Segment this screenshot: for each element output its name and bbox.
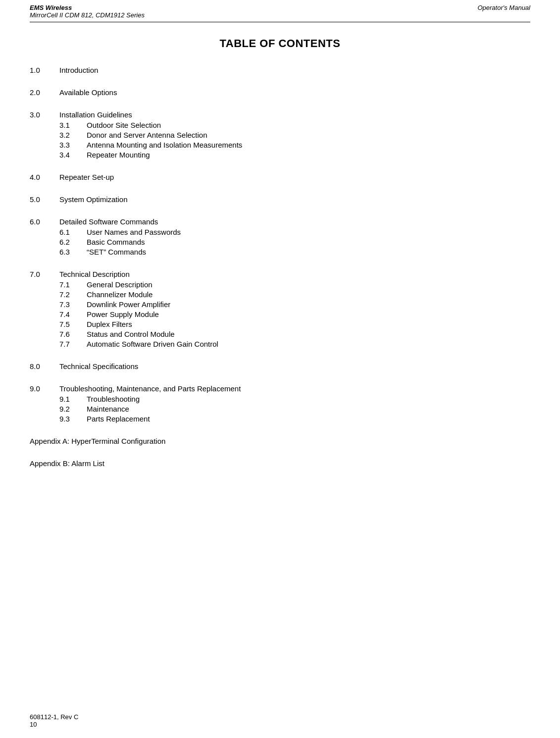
toc-main-entry: 3.0Installation Guidelines bbox=[30, 110, 530, 119]
toc-sub-entry: 7.5Duplex Filters bbox=[30, 320, 530, 328]
toc-sub-entry: 7.3Downlink Power Amplifier bbox=[30, 300, 530, 309]
toc-sub-number: 7.6 bbox=[59, 330, 87, 338]
toc-main-entry: 6.0Detailed Software Commands bbox=[30, 217, 530, 226]
toc-main-entry: 8.0Technical Specifications bbox=[30, 362, 530, 370]
toc-sub-entry: 3.1Outdoor Site Selection bbox=[30, 121, 530, 129]
toc-sub-entry: 3.2Donor and Server Antenna Selection bbox=[30, 131, 530, 139]
toc-sub-label: Status and Control Module bbox=[87, 330, 175, 338]
toc-sub-label: Troubleshooting bbox=[87, 395, 140, 403]
toc-section: 4.0Repeater Set-up bbox=[30, 173, 530, 181]
header-left: EMS Wireless MirrorCell II CDM 812, CDM1… bbox=[30, 4, 145, 19]
toc-sub-number: 3.1 bbox=[59, 121, 87, 129]
toc-sub-label: Basic Commands bbox=[87, 238, 145, 246]
toc-sub-entries: 9.1Troubleshooting9.2Maintenance9.3Parts… bbox=[30, 395, 530, 423]
toc-appendix-label: Appendix B: Alarm List bbox=[30, 459, 104, 468]
toc-main-entry: 9.0Troubleshooting, Maintenance, and Par… bbox=[30, 384, 530, 393]
toc-section: 9.0Troubleshooting, Maintenance, and Par… bbox=[30, 384, 530, 423]
page-header: EMS Wireless MirrorCell II CDM 812, CDM1… bbox=[30, 0, 530, 22]
toc-sub-number: 9.1 bbox=[59, 395, 87, 403]
toc-sub-number: 6.3 bbox=[59, 248, 87, 256]
toc-section-number: 9.0 bbox=[30, 384, 59, 393]
toc-section-label: Installation Guidelines bbox=[59, 110, 132, 119]
toc-sub-label: Outdoor Site Selection bbox=[87, 121, 161, 129]
page-footer: 608112-1, Rev C 10 bbox=[30, 713, 78, 728]
toc-main-entry: 5.0System Optimization bbox=[30, 195, 530, 204]
toc-sub-entry: 7.2Channelizer Module bbox=[30, 290, 530, 299]
toc-appendix: Appendix B: Alarm List bbox=[30, 459, 530, 468]
toc-sub-label: Channelizer Module bbox=[87, 290, 153, 299]
toc-section-label: Available Options bbox=[59, 88, 117, 97]
model-name: MirrorCell II CDM 812, CDM1912 Series bbox=[30, 11, 145, 19]
toc-sub-entry: 7.7Automatic Software Driven Gain Contro… bbox=[30, 340, 530, 348]
toc-section-number: 1.0 bbox=[30, 66, 59, 74]
company-name: EMS Wireless bbox=[30, 4, 145, 11]
toc-sub-label: Maintenance bbox=[87, 405, 129, 413]
toc-sub-number: 3.2 bbox=[59, 131, 87, 139]
toc-section-label: Introduction bbox=[59, 66, 98, 74]
toc-sub-label: “SET” Commands bbox=[87, 248, 146, 256]
toc-section: 5.0System Optimization bbox=[30, 195, 530, 204]
toc-sub-entry: 3.4Repeater Mounting bbox=[30, 151, 530, 159]
toc-appendix-label: Appendix A: HyperTerminal Configuration bbox=[30, 437, 165, 445]
toc-appendix-entry: Appendix B: Alarm List bbox=[30, 459, 530, 468]
toc-sub-entry: 6.2Basic Commands bbox=[30, 238, 530, 246]
toc-section-number: 2.0 bbox=[30, 88, 59, 97]
toc-sub-entry: 9.2Maintenance bbox=[30, 405, 530, 413]
toc-sub-number: 6.1 bbox=[59, 228, 87, 236]
toc-appendix: Appendix A: HyperTerminal Configuration bbox=[30, 437, 530, 445]
toc-sub-entry: 7.6Status and Control Module bbox=[30, 330, 530, 338]
toc-sub-entry: 6.1User Names and Passwords bbox=[30, 228, 530, 236]
toc-appendix-entry: Appendix A: HyperTerminal Configuration bbox=[30, 437, 530, 445]
toc-section-label: Troubleshooting, Maintenance, and Parts … bbox=[59, 384, 241, 393]
page-title: TABLE OF CONTENTS bbox=[30, 37, 530, 50]
toc-sub-label: General Description bbox=[87, 280, 153, 289]
toc-section: 7.0Technical Description7.1General Descr… bbox=[30, 270, 530, 348]
toc-section-label: Technical Description bbox=[59, 270, 130, 278]
toc-sub-label: Repeater Mounting bbox=[87, 151, 150, 159]
toc-sub-entry: 9.1Troubleshooting bbox=[30, 395, 530, 403]
toc-section: 3.0Installation Guidelines3.1Outdoor Sit… bbox=[30, 110, 530, 159]
toc-sub-entries: 3.1Outdoor Site Selection3.2Donor and Se… bbox=[30, 121, 530, 159]
toc-sub-entry: 6.3“SET” Commands bbox=[30, 248, 530, 256]
toc-sub-number: 7.4 bbox=[59, 310, 87, 318]
toc-section-number: 6.0 bbox=[30, 217, 59, 226]
toc-sub-entry: 3.3Antenna Mounting and Isolation Measur… bbox=[30, 141, 530, 149]
toc-sub-number: 7.3 bbox=[59, 300, 87, 309]
toc-section-number: 7.0 bbox=[30, 270, 59, 278]
toc-section: 6.0Detailed Software Commands6.1User Nam… bbox=[30, 217, 530, 256]
toc-sub-number: 3.4 bbox=[59, 151, 87, 159]
doc-number: 608112-1, Rev C bbox=[30, 713, 78, 721]
toc-section-number: 4.0 bbox=[30, 173, 59, 181]
toc-section-label: System Optimization bbox=[59, 195, 128, 204]
toc-section-number: 3.0 bbox=[30, 110, 59, 119]
toc-sub-number: 3.3 bbox=[59, 141, 87, 149]
toc-section: 2.0Available Options bbox=[30, 88, 530, 97]
toc-sub-number: 7.2 bbox=[59, 290, 87, 299]
toc-sub-number: 7.1 bbox=[59, 280, 87, 289]
toc-section-number: 5.0 bbox=[30, 195, 59, 204]
toc-section-label: Detailed Software Commands bbox=[59, 217, 158, 226]
toc-sub-entry: 7.4Power Supply Module bbox=[30, 310, 530, 318]
toc-sub-label: Downlink Power Amplifier bbox=[87, 300, 170, 309]
toc-sub-label: Donor and Server Antenna Selection bbox=[87, 131, 207, 139]
toc-sub-label: Automatic Software Driven Gain Control bbox=[87, 340, 218, 348]
toc-section-label: Repeater Set-up bbox=[59, 173, 114, 181]
toc-sub-number: 7.7 bbox=[59, 340, 87, 348]
toc-section-number: 8.0 bbox=[30, 362, 59, 370]
page-container: EMS Wireless MirrorCell II CDM 812, CDM1… bbox=[0, 0, 560, 738]
toc-section-label: Technical Specifications bbox=[59, 362, 138, 370]
manual-type: Operator's Manual bbox=[477, 4, 530, 11]
toc-sub-label: Duplex Filters bbox=[87, 320, 132, 328]
toc-sub-label: Antenna Mounting and Isolation Measureme… bbox=[87, 141, 242, 149]
toc-sub-entries: 7.1General Description7.2Channelizer Mod… bbox=[30, 280, 530, 348]
toc-sub-label: User Names and Passwords bbox=[87, 228, 181, 236]
appendices-content: Appendix A: HyperTerminal ConfigurationA… bbox=[30, 437, 530, 468]
toc-sub-entry: 7.1General Description bbox=[30, 280, 530, 289]
toc-sub-label: Power Supply Module bbox=[87, 310, 159, 318]
toc-main-entry: 1.0Introduction bbox=[30, 66, 530, 74]
toc-content: 1.0Introduction2.0Available Options3.0In… bbox=[30, 66, 530, 423]
toc-sub-entries: 6.1User Names and Passwords6.2Basic Comm… bbox=[30, 228, 530, 256]
toc-main-entry: 7.0Technical Description bbox=[30, 270, 530, 278]
page-number: 10 bbox=[30, 721, 78, 728]
toc-sub-number: 9.3 bbox=[59, 415, 87, 423]
